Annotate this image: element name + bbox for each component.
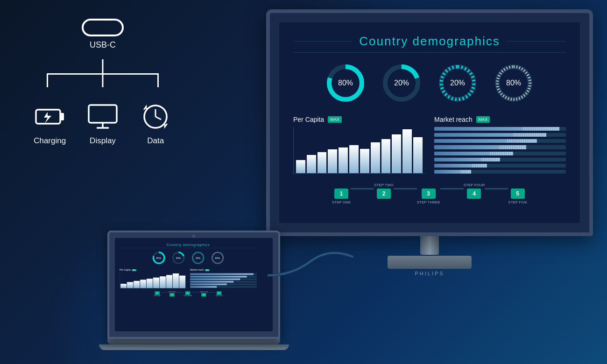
hbar-fill-3 xyxy=(434,139,537,143)
laptop-donut-2: 20% xyxy=(171,251,186,266)
laptop-step-label: STEP THREE xyxy=(184,295,192,297)
laptop-mini-dashboard: Country demographics 80% 20% 20% xyxy=(120,243,257,297)
step-connector-1 xyxy=(351,188,374,189)
laptop-steps: 1 STEP ONE STEP TWO 2 3 STEP THREE xyxy=(120,291,257,296)
laptop-hbar-fill xyxy=(190,278,240,280)
svg-rect-2 xyxy=(89,105,117,123)
laptop-step: STEP TWO 2 xyxy=(169,291,176,296)
donut-2: 20% xyxy=(381,62,423,104)
step-5-box: 5 xyxy=(511,189,525,199)
svg-point-22 xyxy=(212,252,223,264)
display-feature: Display xyxy=(84,101,121,146)
bar-4 xyxy=(328,149,337,173)
laptop-bar xyxy=(173,273,179,288)
laptop-step-box: 3 xyxy=(185,291,191,295)
step-3: 3 STEP THREE xyxy=(417,183,440,204)
hbar-fill-7 xyxy=(434,164,487,168)
donut-1-value: 80% xyxy=(338,79,353,87)
laptop-step-box: 4 xyxy=(201,293,206,297)
step-2-box: 2 xyxy=(377,189,391,199)
donut-2-value: 20% xyxy=(394,79,409,87)
laptop-bar xyxy=(147,279,153,288)
charts-row: Per Capita MAX xyxy=(293,116,566,174)
step-5-top-label xyxy=(517,183,518,187)
laptop-bar-chart: Per Capita MAX xyxy=(120,269,186,288)
charging-feature: Charging xyxy=(31,101,69,146)
laptop-donut-1-val: 80% xyxy=(156,256,162,259)
market-reach-title-text: Market reach xyxy=(434,116,473,123)
hbar-6 xyxy=(434,158,566,161)
step-2: STEP TWO 2 xyxy=(374,183,394,204)
monitor-brand-label: PHILIPS xyxy=(415,271,444,276)
laptop-step-top: STEP FOUR xyxy=(200,291,208,293)
step-2-bottom-label xyxy=(383,200,384,204)
laptop-charts: Per Capita MAX xyxy=(120,269,257,288)
dashboard-title-text: Country demographics xyxy=(359,34,500,49)
laptop-step: STEP FOUR 4 xyxy=(200,291,208,296)
laptop-step-box: 5 xyxy=(217,291,222,295)
laptop-donut-2-val: 20% xyxy=(176,256,181,259)
charging-icon-box xyxy=(31,101,69,132)
step-1-box: 1 xyxy=(334,189,348,199)
donut-1: 80% xyxy=(325,62,367,104)
hbar-7 xyxy=(434,164,566,168)
monitor-frame: Country demographics 80% xyxy=(266,9,593,236)
step-3-bottom-label: STEP THREE xyxy=(417,200,440,204)
step-connector-4 xyxy=(485,188,508,189)
svg-point-16 xyxy=(153,252,164,264)
svg-line-7 xyxy=(155,117,161,119)
tree-diagram-lines xyxy=(33,59,173,97)
hbar-fill-1 xyxy=(434,127,559,131)
usb-cable xyxy=(264,238,357,294)
laptop-step-box: 2 xyxy=(169,293,175,297)
usb-diagram: USB-C Charging xyxy=(19,19,187,146)
per-capita-max-badge: MAX xyxy=(328,116,342,123)
data-label: Data xyxy=(147,136,164,146)
data-icon xyxy=(139,103,172,131)
donut-4-value: 80% xyxy=(506,79,521,87)
svg-point-23 xyxy=(212,252,223,264)
market-reach-chart-section: Market reach MAX xyxy=(434,116,566,174)
laptop-step: 3 STEP THREE xyxy=(184,291,192,296)
laptop-bar xyxy=(134,281,140,288)
donut-4: 80% xyxy=(493,62,535,104)
bar-6 xyxy=(349,145,359,173)
step-3-box: 3 xyxy=(422,189,436,199)
bar-5 xyxy=(339,147,348,173)
hbar-fill-8 xyxy=(434,170,471,174)
laptop-market-reach-title: Market reach MAX xyxy=(190,269,257,272)
hbar-fill-6 xyxy=(434,158,500,161)
svg-point-21 xyxy=(192,252,204,264)
laptop-bar xyxy=(179,276,185,288)
laptop-hbar-fill xyxy=(190,273,254,275)
tree-line-vertical xyxy=(102,59,104,73)
laptop-step-top: STEP TWO xyxy=(169,291,176,293)
donut-3: 20% xyxy=(437,62,479,104)
laptop-screen-frame: Country demographics 80% 20% 20% xyxy=(107,231,280,339)
laptop-step-connector xyxy=(176,292,184,293)
tree-line-down-left xyxy=(47,73,48,87)
svg-point-17 xyxy=(153,252,164,264)
laptop-step-connector xyxy=(208,292,216,293)
charging-icon xyxy=(34,103,66,131)
usb-connector-shape xyxy=(19,19,187,36)
bar-3 xyxy=(318,152,327,173)
step-connector-3 xyxy=(440,188,464,189)
laptop-bar xyxy=(127,282,133,288)
bar-11 xyxy=(402,129,412,173)
laptop-step-box: 1 xyxy=(155,291,160,295)
step-5: 5 STEP FIVE xyxy=(508,183,527,204)
hbar-8 xyxy=(434,170,566,174)
monitor-neck xyxy=(420,236,439,255)
laptop-bars xyxy=(120,273,186,288)
laptop-donut-3-val: 20% xyxy=(196,256,201,259)
bar-7 xyxy=(360,149,369,173)
laptop-step-connector xyxy=(192,292,200,293)
hbar-3 xyxy=(434,139,566,143)
laptop-bar xyxy=(140,280,146,288)
hbar-4 xyxy=(434,145,566,149)
laptop-hbar-fill xyxy=(190,276,247,278)
step-4-top-label: STEP FOUR xyxy=(464,183,485,187)
per-capita-chart-title: Per Capita MAX xyxy=(293,116,425,123)
market-reach-chart-title: Market reach MAX xyxy=(434,116,566,123)
